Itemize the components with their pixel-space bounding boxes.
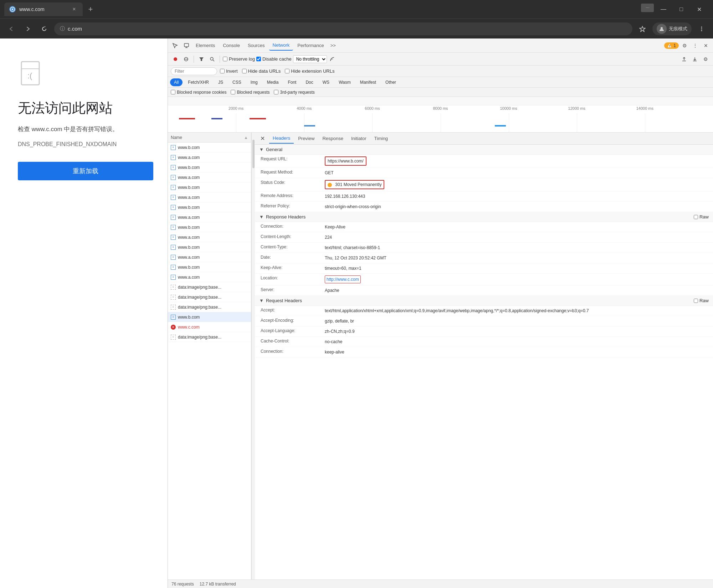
devtools-inspect-icon[interactable] xyxy=(181,41,191,51)
request-headers-section[interactable]: ▼ Request Headers Raw xyxy=(255,296,713,306)
disable-cache-checkbox[interactable]: Disable cache xyxy=(256,56,292,62)
throttle-select[interactable]: No throttling xyxy=(293,55,327,63)
type-btn-js[interactable]: JS xyxy=(214,78,227,86)
type-btn-all[interactable]: All xyxy=(170,78,183,86)
list-item[interactable]: ≡www.b.com xyxy=(168,262,251,272)
tab-close-button[interactable]: × xyxy=(71,6,78,13)
download-icon[interactable] xyxy=(690,55,699,64)
type-btn-media[interactable]: Media xyxy=(263,78,283,86)
devtools-close-button[interactable]: ✕ xyxy=(701,41,711,51)
details-tab-initiator[interactable]: Initiator xyxy=(348,134,370,144)
record-button[interactable] xyxy=(171,55,180,64)
type-btn-img[interactable]: Img xyxy=(247,78,262,86)
list-scrollbar[interactable] xyxy=(251,133,255,579)
type-btn-other[interactable]: Other xyxy=(381,78,400,86)
list-item[interactable]: ≡data:image/png;base... xyxy=(168,332,251,342)
request-raw-input[interactable] xyxy=(694,299,698,303)
list-item[interactable]: ≡data:image/png;base... xyxy=(168,292,251,302)
list-item[interactable]: ≡www.a.com xyxy=(168,232,251,242)
type-btn-font[interactable]: Font xyxy=(284,78,300,86)
type-btn-doc[interactable]: Doc xyxy=(302,78,317,86)
list-item[interactable]: ≡www.b.com xyxy=(168,242,251,252)
search-button[interactable] xyxy=(207,55,217,64)
devtools-more-icon[interactable]: ⋮ xyxy=(690,41,700,51)
hide-extension-urls-input[interactable] xyxy=(285,69,289,73)
clear-button[interactable] xyxy=(181,55,191,64)
third-party-checkbox[interactable]: 3rd-party requests xyxy=(274,90,314,95)
window-pin-icon[interactable]: ⋯ xyxy=(641,4,654,12)
list-item[interactable]: ≡www.a.com xyxy=(168,172,251,182)
devtools-tab-network[interactable]: Network xyxy=(269,41,293,51)
list-item[interactable]: ≡www.a.com xyxy=(168,272,251,282)
invert-checkbox[interactable]: Invert xyxy=(220,68,238,74)
reload-button[interactable]: 重新加载 xyxy=(18,162,153,180)
type-btn-wasm[interactable]: Wasm xyxy=(335,78,355,86)
window-minimize-button[interactable]: — xyxy=(655,4,672,15)
new-tab-button[interactable]: + xyxy=(85,4,96,15)
devtools-tab-sources[interactable]: Sources xyxy=(244,41,268,51)
devtools-tab-console[interactable]: Console xyxy=(219,41,243,51)
list-item[interactable]: ≡www.a.com xyxy=(168,192,251,202)
scroll-thumb[interactable] xyxy=(252,140,255,168)
window-maximize-button[interactable]: □ xyxy=(673,4,689,15)
type-btn-fetch-xhr[interactable]: Fetch/XHR xyxy=(184,78,213,86)
third-party-input[interactable] xyxy=(274,90,278,94)
devtools-tab-elements[interactable]: Elements xyxy=(192,41,219,51)
filter-button[interactable] xyxy=(197,55,206,64)
scroll-up-icon[interactable]: ▲ xyxy=(244,135,248,140)
request-raw-checkbox[interactable]: Raw xyxy=(694,298,709,303)
devtools-settings-icon[interactable]: ⚙ xyxy=(679,41,689,51)
list-item[interactable]: ≡www.b.com xyxy=(168,182,251,192)
list-item[interactable]: ≡www.a.com xyxy=(168,153,251,163)
type-btn-manifest[interactable]: Manifest xyxy=(356,78,380,86)
forward-button[interactable] xyxy=(21,22,34,35)
back-button[interactable] xyxy=(5,22,18,35)
general-section-header[interactable]: ▼ General xyxy=(255,145,713,155)
response-headers-section[interactable]: ▼ Response Headers Raw xyxy=(255,212,713,222)
invert-input[interactable] xyxy=(220,69,225,73)
details-tab-timing[interactable]: Timing xyxy=(371,134,392,144)
menu-button[interactable] xyxy=(695,22,708,35)
list-item[interactable]: ≡data:image/png;base... xyxy=(168,282,251,292)
hide-data-urls-checkbox[interactable]: Hide data URLs xyxy=(242,68,281,74)
list-item[interactable]: ≡www.b.com xyxy=(168,202,251,212)
devtools-tab-performance[interactable]: Performance xyxy=(294,41,327,51)
list-item[interactable]: ✕www.c.com xyxy=(168,322,251,332)
warning-badge[interactable]: ! 1 xyxy=(664,42,679,49)
details-tab-headers[interactable]: Headers xyxy=(269,134,294,144)
details-close-button[interactable]: ✕ xyxy=(258,134,267,143)
incognito-button[interactable]: 无痕模式 xyxy=(652,22,692,35)
type-btn-ws[interactable]: WS xyxy=(319,78,333,86)
list-item[interactable]: ≡www.b.com xyxy=(168,312,251,322)
details-tab-preview[interactable]: Preview xyxy=(294,134,318,144)
blocked-response-checkbox[interactable]: Blocked response cookies xyxy=(171,90,226,95)
blocked-response-input[interactable] xyxy=(171,90,175,94)
response-raw-input[interactable] xyxy=(694,215,698,219)
network-settings-icon[interactable]: ⚙ xyxy=(701,55,710,64)
bookmark-button[interactable] xyxy=(636,22,649,35)
devtools-pointer-icon[interactable] xyxy=(170,41,180,51)
blocked-requests-checkbox[interactable]: Blocked requests xyxy=(231,90,270,95)
response-raw-checkbox[interactable]: Raw xyxy=(694,214,709,220)
devtools-more-tabs[interactable]: >> xyxy=(328,41,338,51)
list-item[interactable]: ≡www.a.com xyxy=(168,252,251,262)
list-item[interactable]: ≡www.b.com xyxy=(168,163,251,172)
disable-cache-input[interactable] xyxy=(256,57,261,61)
hide-extension-urls-checkbox[interactable]: Hide extension URLs xyxy=(285,68,334,74)
list-item[interactable]: ≡www.a.com xyxy=(168,212,251,222)
blocked-requests-input[interactable] xyxy=(231,90,235,94)
preserve-log-checkbox[interactable]: Preserve log xyxy=(223,56,255,62)
details-tab-response[interactable]: Response xyxy=(319,134,347,144)
hide-data-urls-input[interactable] xyxy=(242,69,247,73)
type-btn-css[interactable]: CSS xyxy=(229,78,245,86)
list-item[interactable]: ≡www.b.com xyxy=(168,143,251,153)
filter-input[interactable] xyxy=(171,67,217,75)
url-bar[interactable]: ⓘ c.com xyxy=(54,22,632,35)
refresh-button[interactable] xyxy=(38,22,51,35)
list-item[interactable]: ≡data:image/png;base... xyxy=(168,302,251,312)
active-tab[interactable]: www.c.com × xyxy=(4,2,83,16)
list-item[interactable]: ≡www.b.com xyxy=(168,222,251,232)
preserve-log-input[interactable] xyxy=(223,57,227,61)
window-close-button[interactable]: ✕ xyxy=(691,4,707,15)
upload-icon[interactable] xyxy=(679,55,689,64)
